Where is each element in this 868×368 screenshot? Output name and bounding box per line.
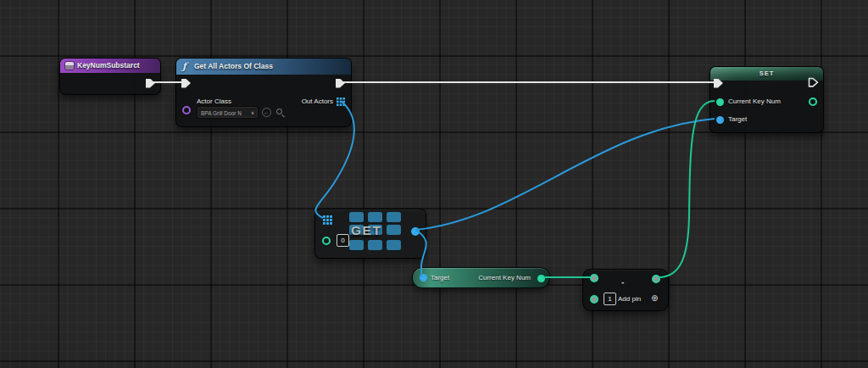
event-node-header: KeyNumSubstarct — [60, 59, 160, 73]
blueprint-canvas[interactable]: KeyNumSubstarct ƒ Get All Actors Of Clas… — [0, 0, 868, 368]
array-get-node[interactable]: GET 0 — [314, 209, 426, 259]
add-pin-label: Add pin — [618, 295, 641, 303]
get-current-key-num-node[interactable]: Target Current Key Num — [412, 267, 550, 288]
add-pin-icon[interactable]: ⊕ — [651, 293, 658, 303]
use-selected-asset-icon[interactable]: ← — [262, 108, 271, 117]
actor-class-label: Actor Class — [197, 98, 231, 105]
exec-input-pin[interactable] — [181, 79, 191, 88]
index-value-box[interactable]: 0 — [337, 234, 349, 247]
current-key-num-output-pin[interactable] — [809, 98, 817, 106]
wire-arrayget-to-set-target[interactable] — [415, 119, 715, 230]
event-node-title: KeyNumSubstarct — [77, 59, 140, 73]
index-input-pin[interactable] — [322, 237, 331, 245]
array-watermark-cell — [387, 212, 401, 222]
current-key-num-label: Current Key Num — [478, 274, 531, 282]
array-watermark-cell — [387, 240, 401, 250]
get-all-actors-title: Get All Actors Of Class — [194, 59, 273, 75]
exec-output-pin[interactable] — [808, 77, 819, 88]
target-label: Target — [728, 115, 747, 123]
canvas-vignette — [0, 0, 868, 368]
operand-a-input-pin[interactable] — [590, 274, 598, 282]
operand-b-input-pin[interactable] — [590, 295, 598, 304]
current-key-num-input-pin[interactable] — [716, 98, 724, 106]
get-all-actors-node[interactable]: ƒ Get All Actors Of Class Actor Class BP… — [175, 58, 352, 127]
array-input-pin[interactable] — [323, 215, 332, 225]
target-input-pin[interactable] — [716, 116, 724, 124]
subtract-operator: - — [621, 277, 624, 287]
set-current-key-num-node[interactable]: SET Current Key Num Target — [709, 66, 824, 133]
subtract-node[interactable]: - 1 Add pin ⊕ — [582, 269, 669, 311]
array-get-title: GET — [351, 223, 381, 238]
current-key-num-label: Current Key Num — [728, 98, 781, 105]
operand-b-value-box[interactable]: 1 — [604, 293, 616, 305]
array-watermark-cell — [349, 212, 364, 222]
array-watermark-cell — [387, 225, 401, 235]
wire-layer — [0, 0, 868, 368]
target-input-pin[interactable] — [420, 274, 427, 282]
array-watermark-cell — [368, 212, 382, 222]
function-icon: ƒ — [182, 59, 186, 75]
actor-class-dropdown[interactable]: BPA Grill Door N ∨ — [197, 106, 259, 119]
actor-class-pin[interactable] — [182, 106, 191, 114]
event-icon — [65, 62, 74, 70]
result-output-pin[interactable] — [652, 275, 660, 283]
array-watermark-cell — [349, 240, 364, 250]
event-node-keynumsubstarct[interactable]: KeyNumSubstarct — [59, 58, 161, 95]
array-watermark-cell — [368, 240, 382, 250]
browse-asset-icon[interactable] — [275, 108, 285, 117]
chevron-down-icon: ∨ — [251, 107, 254, 118]
get-all-actors-header: ƒ Get All Actors Of Class — [176, 59, 351, 75]
target-label: Target — [431, 274, 449, 282]
set-node-header: SET — [710, 67, 823, 81]
actor-class-value: BPA Grill Door N — [201, 107, 242, 118]
out-actors-label: Out Actors — [302, 98, 333, 105]
